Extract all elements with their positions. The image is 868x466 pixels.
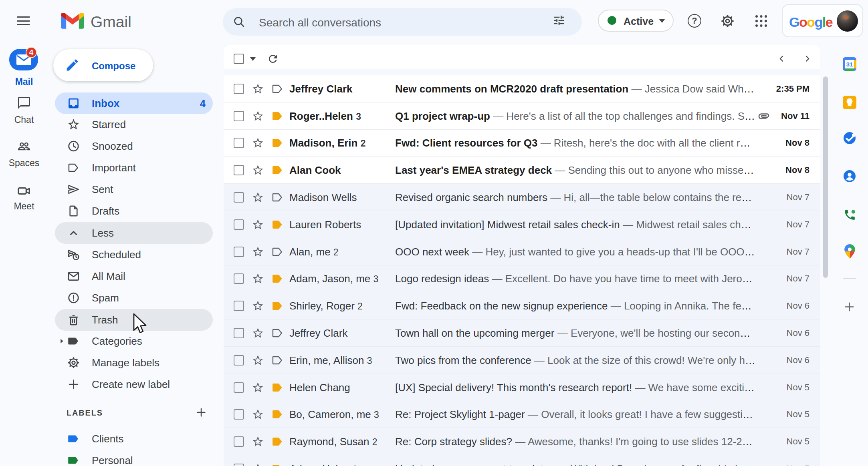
svg-text:31: 31: [846, 61, 853, 68]
